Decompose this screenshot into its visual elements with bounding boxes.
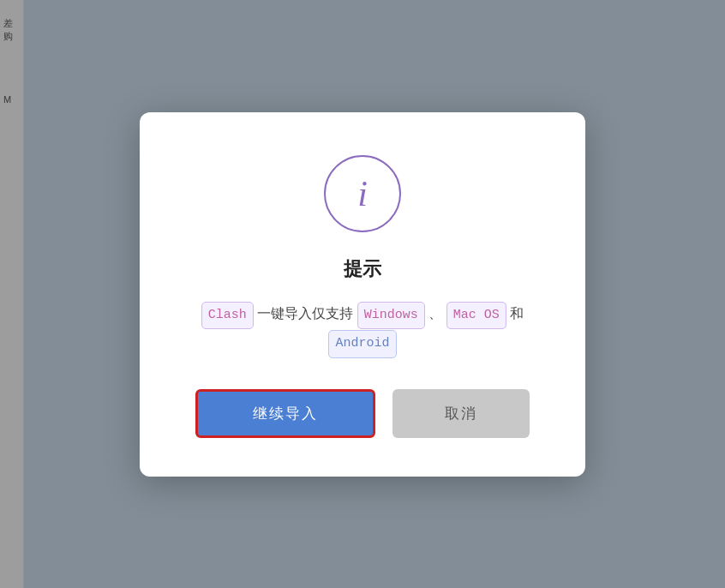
tag-clash: Clash [201,302,254,330]
modal-overlay: i 提示 Clash 一键导入仅支持 Windows 、 Mac OS 和 An… [0,0,725,588]
tag-android: Android [328,330,396,358]
tag-windows: Windows [357,302,425,330]
confirm-button[interactable]: 继续导入 [195,389,375,438]
message-part4: 和 [510,306,524,321]
message-part3: 、 [428,306,442,321]
message-part1: 一键导入仅支持 [257,306,357,321]
dialog-title: 提示 [344,256,381,282]
tag-macos: Mac OS [446,302,506,330]
info-icon-circle: i [324,155,401,232]
dialog: i 提示 Clash 一键导入仅支持 Windows 、 Mac OS 和 An… [140,112,585,477]
cancel-button[interactable]: 取消 [392,389,530,438]
info-icon: i [357,176,368,212]
dialog-message: Clash 一键导入仅支持 Windows 、 Mac OS 和 Android [201,301,524,358]
button-group: 继续导入 取消 [183,389,542,438]
